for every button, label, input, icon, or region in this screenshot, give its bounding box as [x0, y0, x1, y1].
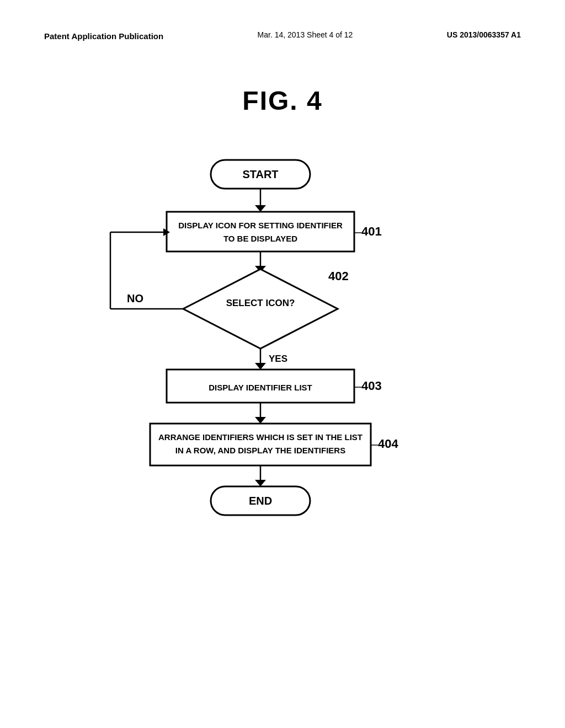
page: Patent Application Publication Mar. 14, …	[0, 0, 565, 728]
svg-text:402: 402	[328, 269, 349, 283]
svg-text:END: END	[249, 495, 272, 507]
header-left: Patent Application Publication	[44, 30, 163, 42]
svg-rect-35	[211, 486, 310, 515]
figure-title: FIG. 4	[0, 85, 565, 116]
svg-text:DISPLAY IDENTIFIER LIST: DISPLAY IDENTIFIER LIST	[209, 383, 312, 392]
date-sheet-label: Mar. 14, 2013 Sheet 4 of 12	[258, 30, 353, 39]
svg-text:401: 401	[361, 224, 382, 238]
publication-label: Patent Application Publication	[44, 31, 163, 41]
svg-text:ARRANGE IDENTIFIERS WHICH IS S: ARRANGE IDENTIFIERS WHICH IS SET IN THE …	[158, 432, 363, 442]
svg-rect-28	[150, 424, 371, 465]
header-right: US 2013/0063357 A1	[447, 30, 521, 39]
header: Patent Application Publication Mar. 14, …	[44, 30, 521, 42]
svg-marker-34	[255, 480, 266, 486]
patent-number-label: US 2013/0063357 A1	[447, 30, 521, 39]
svg-text:403: 403	[361, 379, 382, 393]
svg-text:YES: YES	[269, 354, 287, 364]
svg-text:TO BE DISPLAYED: TO BE DISPLAYED	[223, 234, 297, 243]
svg-text:START: START	[242, 168, 278, 180]
svg-text:DISPLAY ICON FOR SETTING IDENT: DISPLAY ICON FOR SETTING IDENTIFIER	[178, 221, 343, 230]
svg-rect-0	[211, 160, 310, 189]
header-center: Mar. 14, 2013 Sheet 4 of 12	[258, 30, 353, 39]
svg-text:IN A ROW, AND DISPLAY THE IDEN: IN A ROW, AND DISPLAY THE IDENTIFIERS	[175, 446, 345, 455]
svg-marker-18	[163, 228, 170, 236]
svg-text:NO: NO	[127, 292, 143, 304]
svg-rect-22	[167, 370, 354, 403]
svg-text:SELECT ICON?: SELECT ICON?	[226, 298, 295, 308]
svg-marker-20	[255, 363, 266, 370]
svg-marker-11	[183, 269, 338, 349]
flowchart-diagram: START DISPLAY ICON FOR SETTING IDENTIFIE…	[0, 143, 565, 706]
svg-marker-10	[255, 266, 266, 272]
svg-text:404: 404	[378, 437, 398, 451]
svg-marker-27	[255, 417, 266, 424]
svg-rect-4	[167, 212, 354, 251]
svg-marker-3	[255, 205, 266, 212]
